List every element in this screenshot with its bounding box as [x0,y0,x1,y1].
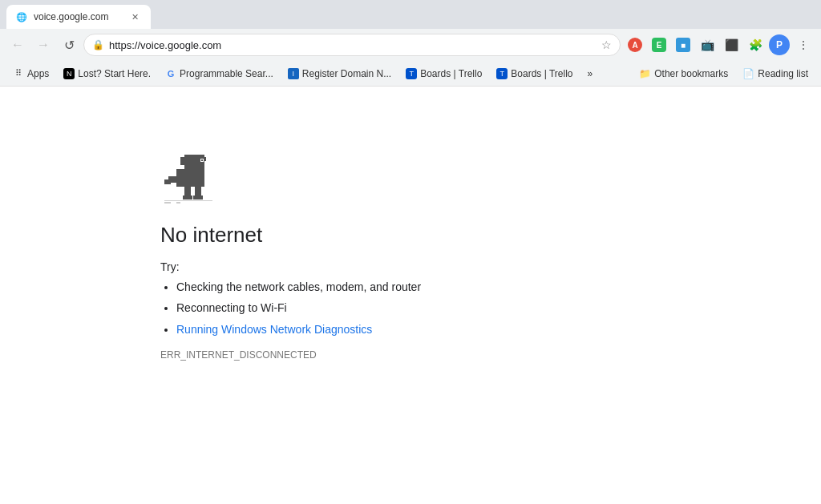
trello-icon-2: T [496,68,508,79]
inmotion-bookmark[interactable]: I Register Domain N... [281,64,398,83]
svg-rect-13 [193,196,203,200]
bookmarks-bar: ⠿ Apps N Lost? Start Here. G Programmabl… [0,61,821,87]
screencast-icon: 📺 [701,38,714,51]
address-bar-row: ← → ↺ 🔒 https://voice.google.com ☆ A E ■… [0,29,821,61]
toolbar-icons: A E ■ 📺 ⬛ 🧩 P [624,34,815,56]
svg-rect-14 [164,200,212,201]
trello-icon-1: T [406,68,417,79]
apps-bookmark[interactable]: ⠿ Apps [6,64,55,83]
adblock-extension-icon[interactable]: A [624,34,646,56]
error-body: Try: Checking the network cables, modem,… [160,260,421,361]
inmotion-icon: I [288,68,299,79]
svg-rect-10 [184,186,191,197]
bookmark-star-icon[interactable]: ☆ [601,38,612,51]
tab-close-button[interactable]: ✕ [128,10,141,23]
more-icon: ⋮ [798,38,809,51]
svg-rect-7 [189,179,193,182]
more-bookmarks-button[interactable]: » [580,64,599,83]
dino-container [160,151,216,210]
try-label: Try: [160,260,421,273]
reading-list-label: Reading list [758,68,808,79]
diagnostics-link[interactable]: Running Windows Network Diagnostics [176,323,372,336]
svg-rect-15 [164,202,171,204]
active-tab[interactable]: 🌐 voice.google.com ✕ [6,5,151,29]
avatar: P [769,34,790,55]
other-bookmarks-button[interactable]: 📁 Other bookmarks [633,64,734,83]
notion-icon: N [63,68,75,79]
puzzle-icon: 🧩 [749,38,762,51]
inmotion-label: Register Domain N... [302,68,391,79]
notion-bookmark[interactable]: N Lost? Start Here. [57,64,157,83]
reading-list-button[interactable]: 📄 Reading list [736,64,815,83]
url-display: https://voice.google.com [109,39,597,51]
trello-label-2: Boards | Trello [511,68,572,79]
browser-window: 🌐 voice.google.com ✕ ← → ↺ 🔒 https://voi… [0,0,821,504]
extra-icon: ⬛ [725,38,738,51]
dino-image [160,151,216,207]
address-bar[interactable]: 🔒 https://voice.google.com ☆ [83,34,621,56]
apps-icon: ⠿ [13,68,24,79]
other-bookmarks-label: Other bookmarks [654,68,728,79]
svg-rect-4 [201,159,203,161]
screencast-extension-icon[interactable]: 📺 [696,34,718,56]
svg-rect-12 [183,196,192,200]
evernote-extension-icon[interactable]: E [648,34,670,56]
lock-icon: 🔒 [92,39,104,50]
more-bookmarks-label: » [587,68,592,79]
tab-bar: 🌐 voice.google.com ✕ [0,0,821,29]
trello-label-1: Boards | Trello [420,68,482,79]
back-button[interactable]: ← [6,34,29,56]
svg-rect-1 [180,157,184,165]
google-icon: G [165,68,176,79]
reading-list-icon: 📄 [742,68,754,79]
extra-extension-icon[interactable]: ⬛ [720,34,742,56]
suggestion-1: Checking the network cables, modem, and … [176,278,421,296]
error-code: ERR_INTERNET_DISCONNECTED [160,349,421,361]
profile-button[interactable]: P [768,34,791,56]
google-label: Programmable Sear... [180,68,273,79]
error-title: No internet [160,223,262,248]
page-content: No internet Try: Checking the network ca… [0,87,821,504]
trello-bookmark-2[interactable]: T Boards | Trello [490,64,579,83]
suggestion-3: Running Windows Network Diagnostics [176,321,421,338]
suggestions-list: Checking the network cables, modem, and … [176,278,421,338]
notion-label: Lost? Start Here. [78,68,151,79]
blue-extension-icon[interactable]: ■ [672,34,694,56]
extensions-button[interactable]: 🧩 [744,34,766,56]
blue-ext-icon: ■ [676,38,690,52]
svg-rect-9 [164,179,171,184]
tab-favicon: 🌐 [16,11,27,22]
adblock-icon: A [628,38,642,52]
svg-rect-16 [176,202,180,204]
reload-button[interactable]: ↺ [58,34,80,56]
svg-rect-11 [195,186,201,197]
apps-label: Apps [27,68,49,79]
google-bookmark[interactable]: G Programmable Sear... [159,64,280,83]
folder-icon: 📁 [639,68,651,79]
evernote-icon: E [652,38,666,52]
forward-button[interactable]: → [32,34,55,56]
error-page: No internet Try: Checking the network ca… [0,87,821,361]
suggestion-2: Reconnecting to Wi-Fi [176,299,421,317]
more-menu-button[interactable]: ⋮ [792,34,815,56]
trello-bookmark-1[interactable]: T Boards | Trello [399,64,488,83]
tab-title: voice.google.com [34,11,122,22]
